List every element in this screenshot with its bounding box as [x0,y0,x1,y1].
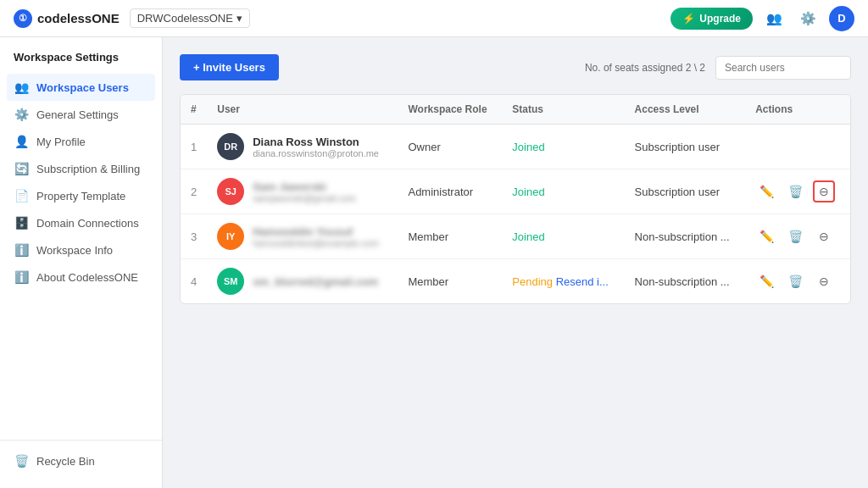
chevron-down-icon: ▾ [236,12,242,25]
recycle-bin-icon: 🗑️ [14,454,29,468]
edit-icon[interactable]: ✏️ [755,225,777,247]
topnav-right: ⚡ Upgrade 👥 ⚙️ D [670,6,854,31]
sidebar-item-subscription-billing[interactable]: 🔄 Subscription & Billing [0,155,162,182]
search-input[interactable] [715,56,851,80]
access-level: Non-subscription ... [625,214,746,259]
avatar: DR [217,133,244,160]
sidebar-item-workspace-info[interactable]: ℹ️ Workspace Info [0,236,162,263]
upgrade-button[interactable]: ⚡ Upgrade [670,8,753,30]
remove-icon[interactable]: ⊖ [813,270,835,292]
app-layout: Workspace Settings 👥 Workspace Users ⚙️ … [0,37,868,488]
access-level: Non-subscription ... [625,259,746,304]
actions-cell [745,125,850,169]
delete-icon[interactable]: 🗑️ [784,225,806,247]
user-status: Joined [502,125,624,169]
sidebar-item-workspace-users[interactable]: 👥 Workspace Users [7,74,155,101]
table-row: 2 SJ Sam Jaworski samjaworski@gmail.com … [181,169,850,214]
table-row: 1 DR Diana Ross Winston diana.rosswinsto… [181,125,850,169]
row-number: 4 [181,259,207,304]
user-role: Member [398,259,502,304]
user-cell: SM sm_blurred@gmail.com [207,259,398,304]
user-email: diana.rosswinston@proton.me [253,148,379,158]
logo: ① codelessONE [14,9,120,28]
logo-icon: ① [14,9,32,28]
remove-subscription-icon[interactable]: ⊖ [813,180,835,202]
edit-icon[interactable]: ✏️ [755,270,777,292]
user-cell: DR Diana Ross Winston diana.rosswinston@… [207,125,398,169]
user-avatar[interactable]: D [829,6,854,31]
sidebar-bottom: 🗑️ Recycle Bin [0,440,162,474]
top-navigation: ① codelessONE DRWCodelessONE ▾ ⚡ Upgrade… [0,0,868,37]
sidebar-label-about-codelessone: About CodelessONE [36,271,138,284]
sidebar-label-recycle-bin: Recycle Bin [36,455,95,468]
table-row: 4 SM sm_blurred@gmail.com Member [181,259,850,304]
sidebar-item-domain-connections[interactable]: 🗄️ Domain Connections [0,209,162,236]
user-cell: SJ Sam Jaworski samjaworski@gmail.com [207,169,398,214]
settings-icon[interactable]: ⚙️ [795,6,821,31]
user-name: Sam Jaworski [253,180,356,193]
actions-cell: ✏️ 🗑️ ⊖ [745,259,850,304]
avatar: SJ [217,178,244,205]
user-status: Pending Resend i... [502,259,624,304]
actions-cell: ✏️ 🗑️ ⊖ [745,214,850,259]
about-icon: ℹ️ [14,270,29,284]
table-row: 3 IY Hamooddin Yousuf hamooddintest@exam… [181,214,850,259]
lightning-icon: ⚡ [682,13,695,25]
domain-icon: 🗄️ [14,216,29,230]
avatar: IY [217,223,244,250]
workspace-selector[interactable]: DRWCodelessONE ▾ [130,8,250,28]
user-name: sm_blurred@gmail.com [253,275,378,288]
invite-users-button[interactable]: + Invite Users [180,54,279,80]
sidebar-item-general-settings[interactable]: ⚙️ General Settings [0,101,162,128]
user-email: samjaworski@gmail.com [253,193,356,203]
main-content: + Invite Users No. of seats assigned 2 \… [163,37,868,488]
col-actions: Actions [745,95,850,125]
row-number: 1 [181,125,207,169]
row-number: 3 [181,214,207,259]
resend-link[interactable]: Resend i... [556,275,609,288]
seats-info: No. of seats assigned 2 \ 2 [585,62,705,74]
user-role: Member [398,214,502,259]
sidebar-item-my-profile[interactable]: 👤 My Profile [0,128,162,155]
avatar: SM [217,268,244,295]
access-level: Subscription user [625,169,746,214]
sidebar: Workspace Settings 👥 Workspace Users ⚙️ … [0,37,163,488]
user-info: sm_blurred@gmail.com [253,275,378,288]
col-number: # [181,95,207,125]
sidebar-label-workspace-users: Workspace Users [36,81,129,94]
col-user: User [207,95,398,125]
users-icon: 👥 [14,80,29,94]
edit-icon[interactable]: ✏️ [755,180,777,202]
access-level: Subscription user [625,125,746,169]
sidebar-label-general-settings: General Settings [36,108,119,121]
sidebar-label-property-template: Property Template [36,190,125,202]
info-icon: ℹ️ [14,243,29,257]
profile-icon: 👤 [14,135,29,148]
user-info: Sam Jaworski samjaworski@gmail.com [253,180,356,203]
sidebar-item-about-codelessone[interactable]: ℹ️ About CodelessONE [0,263,162,291]
user-role: Administrator [398,169,502,214]
users-icon[interactable]: 👥 [761,6,787,31]
main-header: + Invite Users No. of seats assigned 2 \… [180,54,851,80]
remove-icon[interactable]: ⊖ [813,225,835,247]
row-number: 2 [181,169,207,214]
sidebar-item-property-template[interactable]: 📄 Property Template [0,182,162,209]
workspace-name: DRWCodelessONE [137,12,233,25]
logo-text: codelessONE [37,11,120,25]
user-role: Owner [398,125,502,169]
col-role: Workspace Role [398,95,502,125]
gear-icon: ⚙️ [14,108,29,121]
user-name: Diana Ross Winston [253,136,379,148]
col-status: Status [502,95,624,125]
user-status: Joined [502,169,624,214]
user-info: Diana Ross Winston diana.rosswinston@pro… [253,136,379,158]
col-access: Access Level [625,95,746,125]
template-icon: 📄 [14,189,29,202]
sidebar-item-recycle-bin[interactable]: 🗑️ Recycle Bin [0,447,162,474]
users-table: # User Workspace Role Status Access Leve… [180,94,851,304]
delete-icon[interactable]: 🗑️ [784,270,806,292]
delete-icon[interactable]: 🗑️ [784,180,806,202]
user-info: Hamooddin Yousuf hamooddintest@example.c… [253,225,379,248]
user-cell: IY Hamooddin Yousuf hamooddintest@exampl… [207,214,398,259]
billing-icon: 🔄 [14,162,29,175]
